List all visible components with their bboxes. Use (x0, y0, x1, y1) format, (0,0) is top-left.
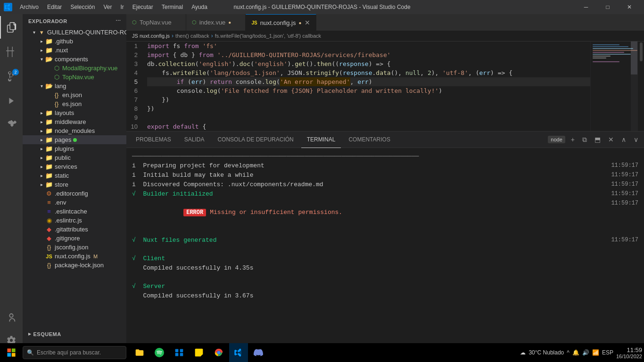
maximize-panel-button[interactable]: ⬒ (593, 135, 603, 144)
taskbar-right: ☁ 30°C Nublado ^ 🔔 🔊 📶 ESP 11:59 16/10/2… (520, 346, 642, 359)
tab-index[interactable]: ⬡ index.vue ● ✕ (186, 14, 246, 31)
tree-esjson[interactable]: {} es.json (23, 99, 126, 108)
taskbar-discord[interactable] (249, 343, 268, 362)
code-line-5: if (err) return console.log('An error ha… (147, 77, 590, 86)
esquema-section[interactable]: ▸ ESQUEMA (23, 328, 126, 340)
tree-pages[interactable]: ▸ 📁 pages (23, 135, 126, 144)
tab-topnav[interactable]: ⬡ TopNav.vue ✕ (126, 14, 186, 31)
editor-scrollbar[interactable] (637, 41, 644, 131)
taskbar-chrome[interactable] (209, 343, 228, 362)
tree-plugins[interactable]: ▸ 📁 plugins (23, 144, 126, 153)
terminal-content[interactable]: ────────────────────────────────────────… (126, 148, 644, 310)
modified-dot (73, 138, 77, 142)
menu-ayuda[interactable]: Ayuda (188, 2, 211, 12)
vue-icon: ⬡ (53, 74, 60, 81)
menu-seleccion[interactable]: Selección (66, 2, 99, 12)
minimize-button[interactable]: ─ (575, 0, 597, 14)
js-icon: JS (45, 254, 53, 259)
panel-up-button[interactable]: ∧ (619, 135, 628, 144)
activity-extensions[interactable] (0, 114, 23, 137)
tree-layouts[interactable]: ▸ 📁 layouts (23, 108, 126, 117)
tab-terminal[interactable]: TERMINAL (301, 132, 341, 148)
close-button[interactable]: ✕ (619, 0, 640, 14)
folder-icon: 📁 (45, 127, 53, 134)
taskbar-time[interactable]: 11:59 16/10/2022 (616, 346, 642, 359)
sidebar-menu-icon[interactable]: ⋯ (116, 18, 121, 24)
eslint-icon: ≡ (45, 208, 53, 215)
activity-run[interactable] (0, 90, 23, 112)
menu-ver[interactable]: Ver (99, 2, 116, 12)
tree-jsconfig[interactable]: {} jsconfig.json (23, 243, 126, 252)
tree-enjson[interactable]: {} en.json (23, 90, 126, 99)
menu-terminal[interactable]: Terminal (158, 2, 187, 12)
tree-editorconfig[interactable]: ⚙ .editorconfig (23, 189, 126, 198)
taskbar-spotify[interactable] (150, 343, 169, 362)
taskbar-sticky-notes[interactable] (190, 343, 208, 362)
folder-arrow: ▸ (38, 128, 45, 133)
code-content[interactable]: import fs from 'fs' import { db } from '… (145, 41, 590, 131)
activity-search[interactable] (0, 41, 23, 63)
split-terminal-button[interactable]: ⧉ (580, 135, 589, 145)
activity-explorer[interactable] (0, 16, 23, 39)
activity-source-control[interactable]: 2 (0, 65, 23, 88)
main-layout: 2 EXPLORADOR ⋯ ▾ ▾ G (0, 14, 644, 352)
start-button[interactable] (2, 343, 21, 362)
breadcrumb-file[interactable]: JS nuxt.config.js (132, 33, 170, 39)
activity-account[interactable] (0, 306, 23, 329)
project-root[interactable]: ▾ ▾ GUILLERMO-QUINTERO-RO... (23, 28, 126, 37)
tree-env[interactable]: ≡ .env (23, 198, 126, 207)
menu-ir[interactable]: Ir (116, 2, 127, 12)
menu-archivo[interactable]: Archivo (16, 2, 42, 12)
taskbar-search[interactable]: 🔍 Escribe aquí para buscar. (23, 346, 126, 359)
tree-topnav[interactable]: ⬡ TopNav.vue (23, 73, 126, 82)
breadcrumb-callback[interactable]: fs.writeFile('lang/todos_1.json', 'utf-8… (215, 33, 321, 39)
maximize-button[interactable]: □ (597, 0, 619, 14)
tab-comments[interactable]: COMENTARIOS (343, 132, 396, 148)
tree-eslintrc[interactable]: ◉ .eslintrc.js (23, 216, 126, 225)
tab-debug[interactable]: CONSOLA DE DEPURACIÓN (212, 132, 299, 148)
menu-ejecutar[interactable]: Ejecutar (129, 2, 157, 12)
terminal-server-compiled: Compiled successfully in 3.67s (132, 291, 638, 300)
modified-dot: ● (228, 20, 231, 25)
tab-output[interactable]: SALIDA (179, 132, 210, 148)
panel-down-button[interactable]: ∨ (632, 135, 640, 144)
tree-eslintcache[interactable]: ≡ .eslintcache (23, 207, 126, 216)
menu-editar[interactable]: Editar (43, 2, 66, 12)
tree-middleware[interactable]: ▸ 📁 middleware (23, 117, 126, 126)
modified-indicator: M (93, 254, 98, 259)
tree-nuxtconfig[interactable]: JS nuxt.config.js M (23, 252, 126, 261)
folder-arrow: ▸ (38, 119, 45, 124)
taskbar-windows-explorer[interactable] (170, 343, 189, 362)
git-icon: ◆ (45, 226, 53, 233)
tree-github[interactable]: ▸ 📁 .github (23, 37, 126, 46)
folder-arrow: ▸ (38, 173, 45, 178)
tree-static[interactable]: ▸ 📁 static (23, 171, 126, 180)
tab-problems[interactable]: PROBLEMAS (130, 132, 177, 148)
terminal-panel: PROBLEMAS SALIDA CONSOLA DE DEPURACIÓN T… (126, 131, 644, 310)
taskbar-vscode[interactable] (229, 343, 248, 362)
terminal-waiting: i Waiting for file changes 11:59:22 (132, 310, 638, 310)
tree-packagelock[interactable]: {} package-lock.json (23, 261, 126, 270)
tree-services[interactable]: ▸ 📁 services (23, 162, 126, 171)
tree-gitignore[interactable]: ◆ .gitignore (23, 234, 126, 243)
breadcrumb-then[interactable]: then() callback (175, 33, 209, 39)
svg-rect-3 (12, 353, 16, 357)
folder-open-icon: 📂 (45, 56, 53, 63)
tab-nuxtconfig[interactable]: JS nuxt.config.js ● ✕ (246, 14, 316, 31)
tree-public[interactable]: ▸ 📁 public (23, 153, 126, 162)
sidebar-header: EXPLORADOR ⋯ (23, 14, 126, 28)
taskbar-fileexplorer[interactable] (130, 343, 149, 362)
code-line-7: }) (147, 95, 590, 104)
folder-arrow: ▾ (38, 83, 45, 89)
tree-nuxt-folder[interactable]: ▸ 📁 .nuxt (23, 46, 126, 55)
add-terminal-button[interactable]: + (569, 135, 577, 144)
tree-modal[interactable]: ⬡ ModalBiography.vue (23, 64, 126, 73)
close-tab-button[interactable]: ✕ (305, 19, 310, 26)
tree-lang[interactable]: ▾ 📂 lang (23, 82, 126, 90)
close-panel-button[interactable]: ✕ (606, 135, 616, 144)
tree-node-modules[interactable]: ▸ 📁 node_modules (23, 126, 126, 135)
tree-gitattributes[interactable]: ◆ .gitattributes (23, 225, 126, 234)
tree-store[interactable]: ▸ 📁 store (23, 180, 126, 189)
tree-components[interactable]: ▾ 📂 components (23, 55, 126, 64)
code-line-9 (147, 113, 590, 122)
